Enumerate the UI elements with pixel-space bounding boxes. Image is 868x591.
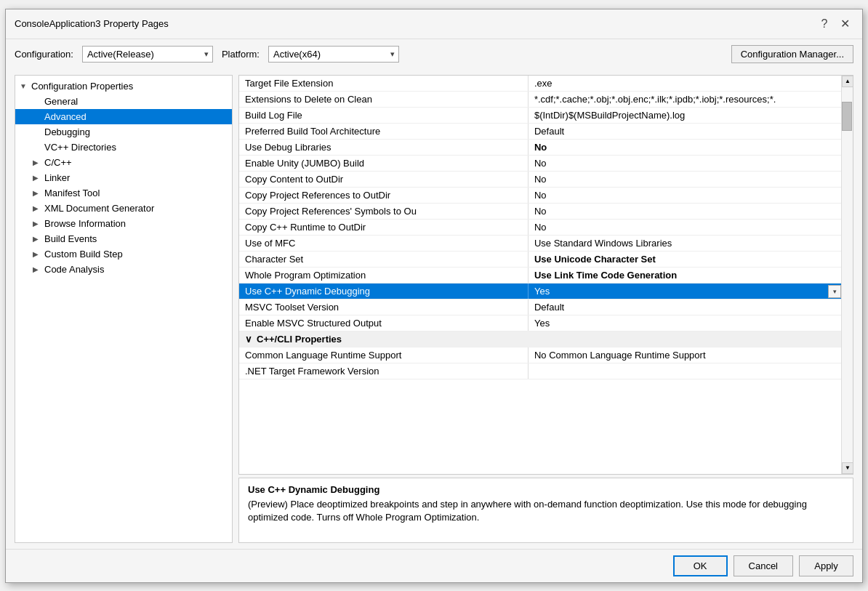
prop-value-ext-delete: *.cdf;*.cache;*.obj;*.obj.enc;*.ilk;*.ip…	[528, 92, 841, 108]
close-button[interactable]: ✕	[836, 15, 853, 33]
tree-label-manifest: Manifest Tool	[44, 188, 100, 198]
expand-icon-linker[interactable]: ▶	[33, 174, 41, 182]
prop-row-use-cpp-debug[interactable]: Use C++ Dynamic DebuggingYes▾	[239, 284, 841, 299]
platform-label: Platform:	[222, 49, 260, 60]
right-panel: Target File Extension.exeExtensions to D…	[238, 75, 853, 543]
prop-value-copy-content: No	[528, 172, 841, 188]
prop-row-msvc-toolset[interactable]: MSVC Toolset VersionDefault	[239, 299, 841, 315]
prop-value-unity-build: No	[528, 156, 841, 172]
scroll-thumb[interactable]	[842, 102, 852, 131]
properties-container: Target File Extension.exeExtensions to D…	[238, 75, 853, 475]
prop-label-msvc-struct-out: Enable MSVC Structured Output	[239, 315, 528, 331]
config-bar: Configuration: Active(Release) Platform:…	[6, 39, 862, 69]
prop-row-copy-proj-syms[interactable]: Copy Project References' Symbols to OuNo	[239, 204, 841, 220]
tree-label-vc-dirs: VC++ Directories	[44, 142, 116, 153]
prop-row-msvc-struct-out[interactable]: Enable MSVC Structured OutputYes	[239, 315, 841, 331]
platform-select[interactable]: Active(x64)	[268, 46, 399, 63]
prop-value-use-cpp-debug[interactable]: Yes▾	[528, 284, 841, 299]
prop-value-use-mfc: Use Standard Windows Libraries	[528, 236, 841, 252]
prop-row-target-ext[interactable]: Target File Extension.exe	[239, 76, 841, 92]
properties-table: Target File Extension.exeExtensions to D…	[239, 76, 841, 380]
prop-row-build-log[interactable]: Build Log File$(IntDir)$(MSBuildProjectN…	[239, 108, 841, 124]
prop-label-target-ext: Target File Extension	[239, 76, 528, 92]
config-select[interactable]: Active(Release)	[82, 46, 213, 63]
expand-icon-xml-doc[interactable]: ▶	[33, 204, 41, 212]
prop-label-pref-arch: Preferred Build Tool Architecture	[239, 124, 528, 140]
description-title: Use C++ Dynamic Debugging	[248, 484, 844, 495]
prop-row-clr-support[interactable]: Common Language Runtime SupportNo Common…	[239, 347, 841, 363]
tree-item-code-analysis[interactable]: ▶Code Analysis	[15, 262, 232, 277]
tree-label-linker: Linker	[44, 172, 70, 183]
cancel-button[interactable]: Cancel	[734, 555, 793, 576]
help-button[interactable]: ?	[816, 15, 833, 33]
property-pages-dialog: ConsoleApplication3 Property Pages ? ✕ C…	[5, 9, 863, 583]
tree-label-custom-build: Custom Build Step	[44, 249, 123, 260]
prop-value-copy-runtime: No	[528, 220, 841, 236]
tree-item-general[interactable]: General	[15, 94, 232, 109]
prop-row-copy-proj-refs[interactable]: Copy Project References to OutDirNo	[239, 188, 841, 204]
prop-row-use-mfc[interactable]: Use of MFCUse Standard Windows Libraries	[239, 236, 841, 252]
dropdown-wrapper-use-cpp-debug[interactable]: Yes▾	[534, 285, 841, 298]
prop-value-copy-proj-syms: No	[528, 204, 841, 220]
tree-item-xml-doc[interactable]: ▶XML Document Generator	[15, 201, 232, 216]
config-label: Configuration:	[15, 49, 73, 60]
prop-row-net-target[interactable]: .NET Target Framework Version	[239, 363, 841, 379]
platform-select-wrapper: Active(x64)	[268, 46, 399, 63]
title-bar-buttons: ? ✕	[816, 15, 853, 33]
prop-value-wpo: Use Link Time Code Generation	[528, 268, 841, 284]
tree-item-manifest[interactable]: ▶Manifest Tool	[15, 185, 232, 201]
tree-item-vc-dirs[interactable]: VC++ Directories	[15, 140, 232, 155]
tree-item-cpp[interactable]: ▶C/C++	[15, 155, 232, 170]
properties-table-wrapper: Target File Extension.exeExtensions to D…	[239, 76, 841, 474]
tree-item-advanced[interactable]: Advanced	[15, 109, 232, 124]
expand-icon-cpp[interactable]: ▶	[33, 158, 41, 166]
expand-icon-build-events[interactable]: ▶	[33, 235, 41, 243]
prop-label-use-mfc: Use of MFC	[239, 236, 528, 252]
config-manager-button[interactable]: Configuration Manager...	[731, 45, 853, 63]
apply-button[interactable]: Apply	[799, 555, 853, 576]
prop-row-wpo[interactable]: Whole Program OptimizationUse Link Time …	[239, 268, 841, 284]
expand-icon-browse-info[interactable]: ▶	[33, 220, 41, 228]
expand-icon-code-analysis[interactable]: ▶	[33, 265, 41, 273]
prop-value-pref-arch: Default	[528, 124, 841, 140]
tree-item-browse-info[interactable]: ▶Browse Information	[15, 216, 232, 231]
tree-item-build-events[interactable]: ▶Build Events	[15, 231, 232, 246]
dropdown-value-use-cpp-debug: Yes	[534, 286, 550, 297]
prop-label-copy-proj-syms: Copy Project References' Symbols to Ou	[239, 204, 528, 220]
title-bar: ConsoleApplication3 Property Pages ? ✕	[6, 9, 862, 39]
tree-item-linker[interactable]: ▶Linker	[15, 170, 232, 185]
expand-icon-manifest[interactable]: ▶	[33, 189, 41, 197]
prop-label-unity-build: Enable Unity (JUMBO) Build	[239, 156, 528, 172]
prop-row-pref-arch[interactable]: Preferred Build Tool ArchitectureDefault	[239, 124, 841, 140]
vertical-scrollbar[interactable]: ▲ ▼	[841, 76, 853, 474]
tree-item-debugging[interactable]: Debugging	[15, 124, 232, 140]
expand-icon-custom-build[interactable]: ▶	[33, 250, 41, 258]
prop-row-use-debug-libs[interactable]: Use Debug LibrariesNo	[239, 140, 841, 156]
scroll-track[interactable]	[842, 87, 853, 462]
prop-value-target-ext: .exe	[528, 76, 841, 92]
scroll-down-button[interactable]: ▼	[842, 462, 853, 474]
prop-value-use-debug-libs: No	[528, 140, 841, 156]
prop-label-use-cpp-debug: Use C++ Dynamic Debugging	[239, 284, 528, 299]
prop-row-ext-delete[interactable]: Extensions to Delete on Clean*.cdf;*.cac…	[239, 92, 841, 108]
tree-label-code-analysis: Code Analysis	[44, 264, 104, 275]
prop-row-char-set[interactable]: Character SetUse Unicode Character Set	[239, 252, 841, 268]
dropdown-arrow-use-cpp-debug[interactable]: ▾	[828, 285, 841, 298]
prop-label-wpo: Whole Program Optimization	[239, 268, 528, 284]
prop-value-msvc-struct-out: Yes	[528, 315, 841, 331]
tree-item-custom-build[interactable]: ▶Custom Build Step	[15, 246, 232, 262]
prop-label-copy-content: Copy Content to OutDir	[239, 172, 528, 188]
prop-row-copy-content[interactable]: Copy Content to OutDirNo	[239, 172, 841, 188]
ok-button[interactable]: OK	[673, 555, 728, 576]
prop-row-unity-build[interactable]: Enable Unity (JUMBO) BuildNo	[239, 156, 841, 172]
scroll-up-button[interactable]: ▲	[842, 76, 853, 87]
prop-value-char-set: Use Unicode Character Set	[528, 252, 841, 268]
tree-item-config-props[interactable]: ▼Configuration Properties	[15, 79, 232, 94]
prop-label-ext-delete: Extensions to Delete on Clean	[239, 92, 528, 108]
description-panel: Use C++ Dynamic Debugging (Preview) Plac…	[238, 478, 853, 543]
prop-row-copy-runtime[interactable]: Copy C++ Runtime to OutDirNo	[239, 220, 841, 236]
dialog-title: ConsoleApplication3 Property Pages	[15, 18, 169, 29]
expand-icon-config-props[interactable]: ▼	[20, 82, 28, 90]
prop-label-msvc-toolset: MSVC Toolset Version	[239, 299, 528, 315]
tree-panel[interactable]: ▼Configuration PropertiesGeneralAdvanced…	[15, 75, 233, 543]
